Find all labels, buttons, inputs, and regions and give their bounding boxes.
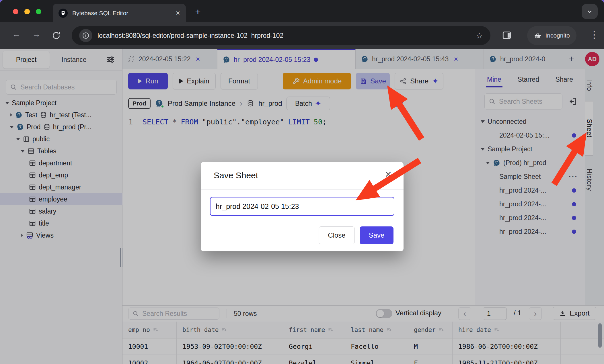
browser-window: Bytebase SQL Editor × + ← → localhost:80… (0, 0, 604, 364)
incognito-icon (534, 32, 542, 40)
maximize-window-button[interactable] (36, 9, 41, 14)
url-bar[interactable]: localhost:8080/sql-editor/prod-sample-in… (72, 26, 490, 45)
forward-button[interactable]: → (32, 29, 41, 39)
save-sheet-modal: Save Sheet × hr_prod 2024-02-05 15:23 Cl… (201, 162, 404, 251)
sheet-name-value: hr_prod 2024-02-05 15:23 (216, 202, 299, 211)
sheet-name-input[interactable]: hr_prod 2024-02-05 15:23 (210, 197, 394, 216)
reload-button[interactable] (52, 31, 61, 40)
modal-title: Save Sheet (214, 171, 258, 180)
close-tab-icon[interactable]: × (176, 9, 180, 17)
text-caret (300, 202, 300, 211)
browser-navbar: ← → localhost:8080/sql-editor/prod-sampl… (0, 22, 604, 49)
url-text[interactable]: localhost:8080/sql-editor/prod-sample-in… (98, 32, 471, 40)
side-panel-icon[interactable] (502, 30, 512, 40)
close-window-button[interactable] (13, 9, 18, 14)
browser-menu-icon[interactable]: ⋮ (590, 29, 599, 40)
minimize-window-button[interactable] (24, 9, 30, 14)
tab-search-button[interactable] (582, 4, 598, 19)
chevron-down-icon (586, 7, 594, 15)
modal-close-button[interactable]: Close (319, 226, 355, 244)
browser-tabstrip: Bytebase SQL Editor × + (0, 0, 604, 22)
modal-close-icon[interactable]: × (385, 168, 391, 181)
bytebase-favicon-icon (59, 9, 68, 18)
new-tab-button[interactable]: + (195, 6, 201, 17)
browser-tab[interactable]: Bytebase SQL Editor × (53, 4, 186, 22)
browser-tab-title: Bytebase SQL Editor (72, 10, 171, 17)
incognito-label: Incognito (545, 32, 570, 39)
modal-save-button[interactable]: Save (360, 226, 393, 244)
bookmark-star-icon[interactable]: ☆ (476, 31, 483, 40)
modal-divider (201, 189, 404, 190)
incognito-badge: Incognito (527, 26, 576, 45)
back-button[interactable]: ← (12, 29, 21, 39)
site-info-icon[interactable] (79, 29, 92, 42)
